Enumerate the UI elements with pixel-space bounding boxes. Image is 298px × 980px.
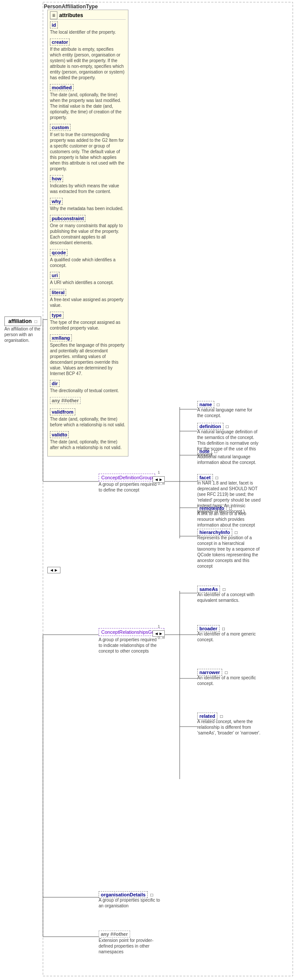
org-details-box: organisationDetails □ A group of propert… <box>99 892 162 909</box>
attr-uri: uri A URI which identifies a concept. <box>50 272 126 285</box>
cardinality-1: 1 <box>158 470 160 474</box>
rel-item-sameas: sameAs □ An identifier of a concept with… <box>197 587 261 603</box>
concept-item-hierarchyinfo: hierarchyInfo □ Represents the position … <box>197 530 261 569</box>
attributes-label: ≡attributes <box>50 12 126 20</box>
concept-item-name: name □ A natural language name for the c… <box>197 402 259 418</box>
concept-def-group-box: ConceptDefinitionGroup <box>99 474 155 481</box>
rel-item-broader: broader □ An identifier of a more generi… <box>197 626 261 643</box>
attr-literal: literal A free-text value assigned as pr… <box>50 289 126 308</box>
attr-validfrom: validfrom The date (and, optionally, the… <box>50 408 126 428</box>
diagram-title: PersonAffiliationType <box>44 4 98 10</box>
attr-type: type The type of the concept assigned as… <box>50 312 126 331</box>
attr-dir: dir The directionality of textual conten… <box>50 380 126 393</box>
affiliation-desc: An affiliation of the person with an org… <box>4 326 44 343</box>
attr-pubconstraint: pubconstraint One or many constraints th… <box>50 215 126 246</box>
concept-rel-group-desc: A group of properties required to indica… <box>99 637 160 654</box>
connector-box-left: ◄► <box>47 567 60 573</box>
attr-creator: creator If the attribute is empty, speci… <box>50 39 126 81</box>
concept-item-remoteinfo: remoteInfo □ A link to an item or a web … <box>197 506 261 528</box>
attr-modified: modified The date (and, optionally, the … <box>50 84 126 120</box>
concept-item-note: note □ Additional natural language infor… <box>197 449 259 465</box>
attr-id: id The local identifier of the property. <box>50 21 126 35</box>
attr-validto: validto The date (and, optionally, the t… <box>50 431 126 450</box>
rel-item-narrower: narrower □ An identifier of a more speci… <box>197 670 261 686</box>
attr-custom: custom If set to true the corresponding … <box>50 124 126 172</box>
attr-how: how Indicates by which means the value w… <box>50 175 126 194</box>
affiliation-box: affiliation □ <box>4 316 41 326</box>
cardinality-1-2: 1 <box>158 624 160 629</box>
attr-xmllang: xmllang Specifies the language of this p… <box>50 334 126 376</box>
concept-def-group-desc: A group of properties required to define… <box>99 481 160 493</box>
attr-qcode: qcode A qualified code which identifies … <box>50 249 126 268</box>
cardinality-0n-2: 0..∞ <box>158 636 165 640</box>
cardinality-0n-1: 0..∞ <box>158 481 165 486</box>
attr-why: why Why the metadata has been included. <box>50 198 126 211</box>
attr-any-other: any ##other <box>50 397 126 405</box>
rel-item-related: related □ A related concept, where the r… <box>197 713 261 736</box>
any-other-bottom-box: any ##other Extension point for provider… <box>99 931 162 955</box>
